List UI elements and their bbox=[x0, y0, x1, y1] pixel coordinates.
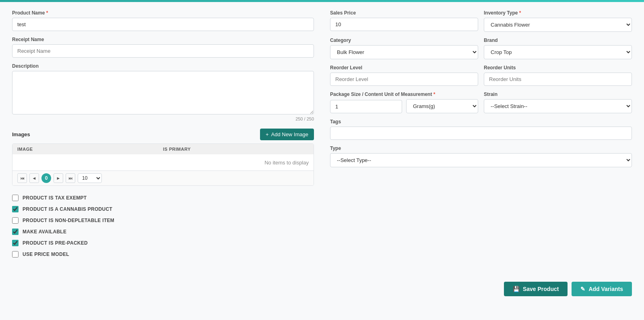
cannabis-checkbox[interactable] bbox=[12, 206, 19, 212]
reorder-level-input[interactable] bbox=[330, 73, 478, 86]
package-size-group: Package Size / Content Unit of Measureme… bbox=[330, 91, 478, 113]
save-icon: 💾 bbox=[513, 286, 520, 292]
inventory-type-select[interactable]: Cannabis Flower Other bbox=[484, 18, 632, 32]
make-available-checkbox[interactable] bbox=[12, 229, 19, 235]
reorder-units-input[interactable] bbox=[484, 73, 632, 86]
non-depletable-label: PRODUCT IS NON-DEPLETABLE ITEM bbox=[23, 218, 114, 223]
checkbox-tax-exempt: PRODUCT IS TAX EXEMPT bbox=[12, 195, 314, 201]
plus-icon: + bbox=[266, 131, 269, 137]
strain-label: Strain bbox=[484, 91, 632, 97]
type-group: Type --Select Type-- Other bbox=[330, 145, 632, 167]
reorder-units-group: Reorder Units bbox=[484, 65, 632, 86]
sales-price-label: Sales Price bbox=[330, 10, 478, 16]
table-footer: ⏮ ◄ 0 ► ⏭ 10 25 50 bbox=[12, 170, 314, 185]
package-unit-select[interactable]: Grams(g) Ounces(oz) Pounds(lb) bbox=[406, 99, 478, 113]
sales-price-group: Sales Price bbox=[330, 10, 478, 32]
category-label: Category bbox=[330, 37, 478, 43]
checkbox-make-available: MAKE AVAILABLE bbox=[12, 229, 314, 235]
images-section: Images + Add New Image IMAGE IS PRIMARY … bbox=[12, 129, 314, 186]
inventory-type-group: Inventory Type * Cannabis Flower Other bbox=[484, 10, 632, 32]
tags-group: Tags bbox=[330, 119, 632, 140]
last-page-button[interactable]: ⏭ bbox=[66, 173, 75, 183]
is-primary-col-header: IS PRIMARY bbox=[163, 147, 309, 152]
table-body: No items to display bbox=[12, 154, 314, 170]
inventory-type-label: Inventory Type * bbox=[484, 10, 632, 16]
price-model-label: USE PRICE MODEL bbox=[23, 251, 69, 257]
package-size-input[interactable] bbox=[330, 100, 402, 113]
checkbox-pre-packed: PRODUCT IS PRE-PACKED bbox=[12, 240, 314, 246]
product-name-group: Product Name * bbox=[12, 10, 314, 31]
description-group: Description 250 / 250 bbox=[12, 63, 314, 121]
variants-icon: ✎ bbox=[580, 286, 585, 292]
image-col-header: IMAGE bbox=[17, 147, 163, 152]
images-table: IMAGE IS PRIMARY No items to display ⏮ ◄… bbox=[12, 143, 314, 186]
tax-exempt-checkbox[interactable] bbox=[12, 195, 19, 201]
brand-select[interactable]: Crop Top Other bbox=[484, 45, 632, 59]
brand-label: Brand bbox=[484, 37, 632, 43]
checkbox-cannabis: PRODUCT IS A CANNABIS PRODUCT bbox=[12, 206, 314, 212]
product-name-input[interactable] bbox=[12, 18, 314, 31]
strain-select[interactable]: --Select Strain-- Other bbox=[484, 99, 632, 113]
tax-exempt-label: PRODUCT IS TAX EXEMPT bbox=[23, 195, 87, 201]
reorder-level-label: Reorder Level bbox=[330, 65, 478, 71]
description-label: Description bbox=[12, 63, 314, 69]
add-image-button[interactable]: + Add New Image bbox=[260, 129, 314, 140]
pre-packed-checkbox[interactable] bbox=[12, 240, 19, 246]
cannabis-label: PRODUCT IS A CANNABIS PRODUCT bbox=[23, 206, 112, 212]
sales-price-input[interactable] bbox=[330, 18, 478, 31]
tags-input[interactable] bbox=[330, 127, 632, 140]
category-group: Category Bulk Flower Other bbox=[330, 37, 478, 59]
page-size-select[interactable]: 10 25 50 bbox=[78, 173, 102, 183]
save-product-button[interactable]: 💾 Save Product bbox=[504, 282, 568, 296]
reorder-level-group: Reorder Level bbox=[330, 65, 478, 86]
price-model-checkbox[interactable] bbox=[12, 251, 19, 258]
tags-label: Tags bbox=[330, 119, 632, 125]
product-name-label: Product Name * bbox=[12, 10, 314, 16]
receipt-name-group: Receipt Name bbox=[12, 37, 314, 58]
page-number: 0 bbox=[41, 173, 51, 183]
receipt-name-input[interactable] bbox=[12, 44, 314, 58]
receipt-name-label: Receipt Name bbox=[12, 37, 314, 42]
checkbox-non-depletable: PRODUCT IS NON-DEPLETABLE ITEM bbox=[12, 217, 314, 224]
images-label: Images bbox=[12, 131, 30, 137]
type-select[interactable]: --Select Type-- Other bbox=[330, 153, 632, 167]
non-depletable-checkbox[interactable] bbox=[12, 217, 19, 224]
type-label: Type bbox=[330, 145, 632, 151]
checkboxes-section: PRODUCT IS TAX EXEMPT PRODUCT IS A CANNA… bbox=[12, 195, 314, 258]
add-variants-button[interactable]: ✎ Add Variants bbox=[572, 282, 632, 296]
footer-buttons: 💾 Save Product ✎ Add Variants bbox=[0, 274, 644, 304]
no-items-text: No items to display bbox=[264, 160, 309, 166]
table-header: IMAGE IS PRIMARY bbox=[12, 144, 314, 154]
checkbox-price-model: USE PRICE MODEL bbox=[12, 251, 314, 258]
strain-group: Strain --Select Strain-- Other bbox=[484, 91, 632, 113]
char-count: 250 / 250 bbox=[12, 116, 314, 121]
next-page-button[interactable]: ► bbox=[54, 173, 63, 183]
reorder-units-label: Reorder Units bbox=[484, 65, 632, 71]
brand-group: Brand Crop Top Other bbox=[484, 37, 632, 59]
pre-packed-label: PRODUCT IS PRE-PACKED bbox=[23, 240, 88, 246]
make-available-label: MAKE AVAILABLE bbox=[23, 229, 66, 235]
first-page-button[interactable]: ⏮ bbox=[17, 173, 27, 183]
prev-page-button[interactable]: ◄ bbox=[29, 173, 39, 183]
description-textarea[interactable] bbox=[12, 71, 314, 114]
category-select[interactable]: Bulk Flower Other bbox=[330, 45, 478, 59]
package-size-label: Package Size / Content Unit of Measureme… bbox=[330, 91, 478, 97]
